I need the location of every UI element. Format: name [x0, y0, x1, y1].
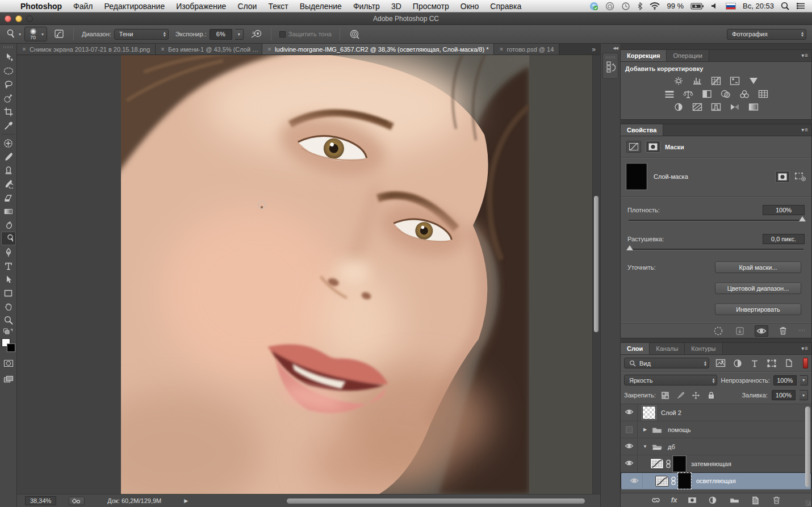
layer-mask-thumbnail[interactable]: [673, 456, 686, 472]
dodge-tool[interactable]: [1, 232, 16, 245]
history-brush-tool[interactable]: [1, 177, 16, 191]
posterize-icon[interactable]: [690, 102, 704, 112]
eyedropper-tool[interactable]: [1, 119, 16, 132]
add-vector-mask-button[interactable]: [794, 171, 806, 182]
expand-dock-icon[interactable]: ◀◀: [613, 46, 618, 51]
close-window-button[interactable]: [5, 15, 11, 22]
panel-resize-grip[interactable]: [805, 500, 811, 506]
menu-type[interactable]: Текст: [262, 2, 294, 11]
fill-value-field[interactable]: 100%: [772, 390, 796, 400]
panel-menu-icon[interactable]: ▾≡: [801, 127, 809, 133]
visibility-toggle[interactable]: [626, 473, 643, 489]
range-select[interactable]: Тени ▴▾: [114, 29, 169, 40]
tab-channels[interactable]: Каналы: [650, 343, 685, 354]
close-tab-icon[interactable]: ×: [22, 45, 26, 53]
minimize-window-button[interactable]: [15, 15, 22, 22]
adjustment-properties-icon[interactable]: [626, 141, 641, 153]
tool-preset-picker[interactable]: ▾: [0, 29, 24, 39]
group-name[interactable]: помощь: [668, 426, 691, 433]
layer-thumbnail[interactable]: [642, 406, 656, 420]
gradient-map-icon[interactable]: [728, 102, 742, 112]
curves-icon[interactable]: [709, 76, 723, 86]
tab-overflow-button[interactable]: »: [587, 44, 600, 55]
tab-layers[interactable]: Слои: [621, 343, 650, 354]
layer-row-zatemn[interactable]: затемняющая: [621, 455, 811, 472]
color-range-button[interactable]: Цветовой диапазон...: [715, 283, 801, 294]
type-tool[interactable]: [1, 259, 16, 273]
status-options-button[interactable]: [69, 497, 85, 505]
menu-filter[interactable]: Фильтр: [348, 2, 386, 11]
eraser-tool[interactable]: [1, 191, 16, 204]
lock-position-icon[interactable]: [690, 391, 702, 400]
gradient-tool[interactable]: [1, 204, 16, 218]
mask-link-icon[interactable]: [671, 476, 676, 485]
visibility-toggle[interactable]: [621, 455, 638, 472]
wifi-icon[interactable]: [650, 2, 660, 10]
load-mask-selection-icon[interactable]: [711, 325, 725, 337]
channel-mixer-icon[interactable]: [738, 89, 751, 99]
density-value-field[interactable]: 100%: [763, 205, 805, 215]
density-slider-thumb[interactable]: [799, 216, 806, 221]
brush-preset-picker[interactable]: 70 ▾: [24, 27, 47, 41]
history-panel-button[interactable]: [602, 53, 618, 79]
new-layer-icon[interactable]: [750, 496, 761, 505]
group-name[interactable]: дб: [668, 443, 675, 450]
workspace-switcher[interactable]: Фотография ▴▾: [727, 29, 806, 40]
opacity-dropdown-button[interactable]: ▾: [800, 375, 808, 386]
app-titlebar[interactable]: Adobe Photoshop CC: [0, 12, 812, 25]
panel-menu-icon[interactable]: ▾≡: [801, 345, 809, 351]
visibility-toggle[interactable]: [621, 404, 638, 421]
layer-style-fx-icon[interactable]: fx: [671, 496, 677, 504]
group-disclosure-open-icon[interactable]: ▼: [641, 444, 649, 449]
curves-adjustment-icon[interactable]: [655, 476, 669, 487]
photo-filter-icon[interactable]: [719, 89, 733, 99]
apply-mask-icon[interactable]: [733, 325, 747, 337]
close-tab-icon[interactable]: ×: [161, 45, 165, 53]
curves-adjustment-icon[interactable]: [650, 458, 664, 469]
link-layers-icon[interactable]: [650, 497, 662, 504]
layer-name[interactable]: затемняющая: [691, 460, 731, 467]
lock-transparency-icon[interactable]: [660, 392, 671, 399]
path-selection-tool[interactable]: [1, 273, 16, 286]
bluetooth-icon[interactable]: [637, 2, 643, 10]
vertical-scrollbar-thumb[interactable]: [594, 196, 598, 332]
input-language-flag-icon[interactable]: [726, 3, 736, 10]
hand-tool[interactable]: [1, 300, 16, 313]
quick-selection-tool[interactable]: [1, 91, 16, 105]
panel-menu-icon[interactable]: ▾≡: [801, 52, 809, 58]
marquee-tool[interactable]: [1, 64, 16, 78]
delete-layer-trash-icon[interactable]: [771, 496, 782, 505]
tab-actions[interactable]: Операции: [667, 50, 709, 61]
vertical-scrollbar[interactable]: [592, 55, 600, 494]
filter-pixel-layers-icon[interactable]: [715, 359, 726, 367]
menu-help[interactable]: Справка: [484, 2, 527, 11]
new-group-icon[interactable]: [729, 497, 740, 504]
swap-colors-button[interactable]: [1, 327, 16, 336]
blend-mode-select[interactable]: Яркость ▴▾: [624, 375, 717, 386]
sync-status-icon[interactable]: [589, 2, 598, 11]
toggle-brush-panel-button[interactable]: [51, 29, 69, 39]
horizontal-scrollbar-thumb[interactable]: [287, 498, 585, 504]
filter-smart-objects-icon[interactable]: [783, 359, 794, 367]
tab-paths[interactable]: Контуры: [685, 343, 722, 354]
menu-edit[interactable]: Редактирование: [99, 2, 171, 11]
zoom-window-button[interactable]: [26, 15, 33, 22]
menu-3d[interactable]: 3D: [386, 2, 407, 11]
document-tab-4[interactable]: × готово.psd @ 14: [494, 44, 559, 55]
panel-resize-grip[interactable]: [799, 329, 806, 332]
menu-view[interactable]: Просмотр: [407, 2, 455, 11]
airbrush-toggle-button[interactable]: [247, 29, 266, 39]
pressure-size-toggle-button[interactable]: [345, 29, 364, 39]
protect-tones-checkbox[interactable]: [279, 31, 286, 37]
layer-name[interactable]: Слой 2: [661, 409, 681, 416]
tab-properties[interactable]: Свойства: [621, 124, 663, 136]
layer-mask-thumbnail[interactable]: [626, 164, 647, 190]
opacity-value-field[interactable]: 100%: [773, 375, 797, 386]
time-machine-icon[interactable]: [621, 2, 630, 11]
menubar-clock[interactable]: Вс, 20:53: [743, 2, 774, 10]
layer-filtering-toggle[interactable]: [803, 358, 808, 368]
document-image[interactable]: [121, 55, 529, 494]
canvas-area[interactable]: [17, 55, 600, 494]
lock-all-icon[interactable]: [706, 391, 717, 399]
battery-icon[interactable]: [690, 3, 704, 10]
